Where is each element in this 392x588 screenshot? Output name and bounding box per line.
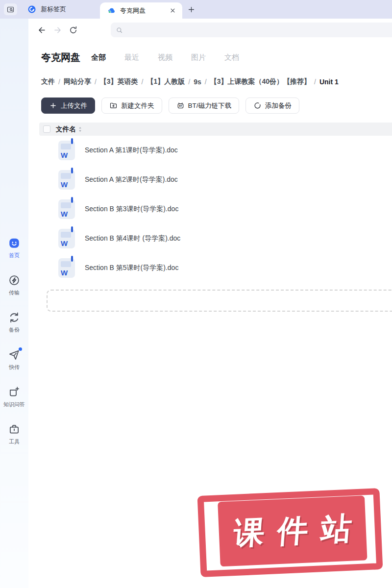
new-folder-icon xyxy=(109,101,118,110)
breadcrumb-item[interactable]: Unit 1 xyxy=(319,78,339,86)
tab-close-icon[interactable] xyxy=(169,7,176,14)
tab-label: 新标签页 xyxy=(41,5,66,14)
word-file-icon: W xyxy=(58,258,75,278)
address-input[interactable] xyxy=(127,26,392,34)
view-tab-doc[interactable]: 文档 xyxy=(224,53,239,62)
notification-dot xyxy=(19,347,22,351)
table-row[interactable]: W Section A 第2课时(导学案).doc xyxy=(39,165,392,195)
column-label: 文件名 xyxy=(56,125,76,134)
sidebar-item-tools[interactable]: 工具 xyxy=(0,423,28,445)
sidebar-item-home[interactable]: 首页 xyxy=(0,237,28,259)
file-name: Section B 第5课时(导学案).doc xyxy=(85,264,178,272)
breadcrumb-separator: / xyxy=(95,78,97,86)
sidebar-item-transfer[interactable]: 传输 xyxy=(0,274,28,296)
breadcrumb-item[interactable]: 【1】人教版 xyxy=(147,77,185,86)
column-header-filename[interactable]: 文件名 xyxy=(56,125,82,134)
action-button-bt-magnet-download[interactable]: BT BT/磁力链下载 xyxy=(169,98,240,114)
watermark-text: 课件站 xyxy=(219,507,366,555)
tools-icon xyxy=(8,423,21,436)
view-tabs: 全部 最近 视频 图片 文档 xyxy=(91,53,239,62)
file-name: Section A 第2课时(导学案).doc xyxy=(85,175,178,184)
sidebar-item-label: 传输 xyxy=(9,289,20,296)
action-button-add-backup[interactable]: 添加备份 xyxy=(245,98,299,114)
svg-text:BT: BT xyxy=(179,105,182,107)
window-search-icon xyxy=(6,5,15,14)
breadcrumb-item[interactable]: 【3】英语类 xyxy=(100,77,138,86)
breadcrumb-item[interactable]: 网站分享 xyxy=(64,77,91,86)
plus-icon xyxy=(187,5,196,14)
action-button-label: 上传文件 xyxy=(61,101,87,110)
home-smile-icon xyxy=(8,237,21,249)
file-name: Section B 第4课时 (导学案).doc xyxy=(85,234,180,243)
file-name: Section B 第3课时(导学案).doc xyxy=(85,205,178,214)
file-table-header: 文件名 xyxy=(39,122,392,136)
forward-button[interactable] xyxy=(53,25,62,35)
refresh-button[interactable] xyxy=(69,25,78,35)
sidebar-item-label: 工具 xyxy=(9,438,20,445)
page-title: 夸克网盘 xyxy=(41,51,80,64)
view-tab-recent[interactable]: 最近 xyxy=(124,53,139,62)
sidebar-item-knowledge-qa[interactable]: 知识问答 xyxy=(0,386,28,408)
word-file-icon: W xyxy=(58,229,75,248)
sidebar-item-label: 知识问答 xyxy=(3,401,25,408)
view-tab-video[interactable]: 视频 xyxy=(158,53,172,62)
action-button-new-folder[interactable]: 新建文件夹 xyxy=(101,98,162,114)
back-arrow-icon xyxy=(37,25,47,35)
table-row[interactable]: W Section B 第3课时(导学案).doc xyxy=(39,195,392,224)
sidebar-item-label: 首页 xyxy=(9,252,20,259)
action-buttons: 上传文件 新建文件夹 BT BT/磁力链下载 添加备份 xyxy=(41,98,299,114)
select-all-checkbox[interactable] xyxy=(43,125,50,133)
watermark-stamp: 课件站 xyxy=(197,488,383,577)
quark-logo-icon xyxy=(27,5,36,14)
knowledge-qa-icon xyxy=(8,386,21,398)
sidebar-item-label: 快传 xyxy=(9,364,20,371)
back-button[interactable] xyxy=(37,25,47,35)
table-row[interactable]: W Section B 第4课时 (导学案).doc xyxy=(39,224,392,253)
browser-chrome: 新标签页 夸克网盘 xyxy=(0,0,392,19)
breadcrumb-item[interactable]: 9s xyxy=(194,78,201,86)
action-button-label: 新建文件夹 xyxy=(121,101,154,110)
action-button-upload-file[interactable]: 上传文件 xyxy=(41,98,95,114)
tab-search-button[interactable] xyxy=(4,3,17,15)
view-tab-all[interactable]: 全部 xyxy=(91,53,106,62)
sidebar-item-backup[interactable]: 备份 xyxy=(0,311,28,334)
action-button-label: 添加备份 xyxy=(265,101,292,110)
word-file-icon: W xyxy=(58,170,75,190)
search-icon xyxy=(116,26,123,34)
sort-icon xyxy=(78,126,82,132)
forward-arrow-icon xyxy=(53,25,62,35)
word-file-icon: W xyxy=(58,141,75,160)
breadcrumb-item[interactable]: 文件 xyxy=(41,77,55,86)
file-list: W Section A 第1课时(导学案).doc W Section A 第2… xyxy=(39,136,392,283)
sidebar-item-label: 备份 xyxy=(9,326,20,334)
refresh-icon xyxy=(69,25,78,35)
breadcrumb-separator: / xyxy=(58,78,60,86)
quick-send-icon xyxy=(8,348,21,361)
view-tab-image[interactable]: 图片 xyxy=(191,53,206,62)
new-tab-button[interactable] xyxy=(186,4,196,15)
backup-sync-icon xyxy=(8,311,21,324)
tab-new-page[interactable]: 新标签页 xyxy=(23,0,71,19)
address-search-bar[interactable] xyxy=(111,23,392,37)
bt-download-icon: BT xyxy=(176,101,185,110)
breadcrumb-separator: / xyxy=(205,78,207,86)
app-sidebar: 首页 传输 备份 快传 知识问答 工具 xyxy=(0,19,28,588)
transfer-icon xyxy=(8,274,21,287)
sidebar-items: 首页 传输 备份 快传 知识问答 工具 xyxy=(0,237,28,445)
plus-icon xyxy=(49,101,57,110)
empty-drop-zone xyxy=(47,290,392,312)
breadcrumb-item[interactable]: 【3】上课教案（40份）【推荐】 xyxy=(210,77,311,86)
tab-label: 夸克网盘 xyxy=(120,6,169,15)
tab-quark-drive[interactable]: 夸克网盘 xyxy=(100,2,182,19)
file-name: Section A 第1课时(导学案).doc xyxy=(85,146,178,155)
table-row[interactable]: W Section A 第1课时(导学案).doc xyxy=(39,136,392,165)
breadcrumb-separator: / xyxy=(314,78,316,86)
quark-cloud-icon xyxy=(107,6,116,15)
breadcrumb-separator: / xyxy=(142,78,144,86)
word-file-icon: W xyxy=(58,199,75,219)
action-button-label: BT/磁力链下载 xyxy=(188,101,232,110)
table-row[interactable]: W Section B 第5课时(导学案).doc xyxy=(39,253,392,283)
sidebar-item-quick-send[interactable]: 快传 xyxy=(0,348,28,371)
breadcrumb-separator: / xyxy=(188,78,190,86)
breadcrumb: 文件/ 网站分享/ 【3】英语类/ 【1】人教版/ 9s/ 【3】上课教案（40… xyxy=(41,77,339,86)
